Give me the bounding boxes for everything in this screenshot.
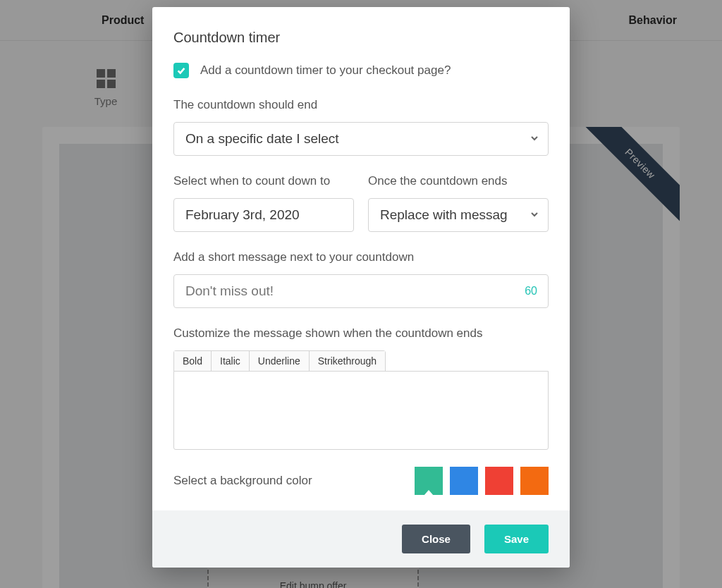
enable-countdown-checkbox[interactable] <box>173 63 189 78</box>
close-button[interactable]: Close <box>402 525 470 553</box>
editor-toolbar: Bold Italic Underline Strikethrough <box>173 350 386 372</box>
after-end-label: Once the countdown ends <box>368 174 549 188</box>
bold-button[interactable]: Bold <box>174 351 212 371</box>
save-button[interactable]: Save <box>484 525 549 553</box>
check-icon <box>176 66 186 75</box>
end-mode-label: The countdown should end <box>173 98 549 112</box>
modal-title: Countdown timer <box>173 30 549 46</box>
countdown-date-label: Select when to count down to <box>173 174 354 188</box>
countdown-date-input[interactable]: February 3rd, 2020 <box>173 198 354 232</box>
enable-countdown-label: Add a countdown timer to your checkout p… <box>200 63 451 78</box>
italic-button[interactable]: Italic <box>212 351 250 371</box>
bg-color-label: Select a background color <box>173 474 312 488</box>
editor-textarea[interactable] <box>173 371 549 450</box>
color-swatches <box>415 467 549 495</box>
color-swatch-blue[interactable] <box>450 467 478 495</box>
modal-overlay[interactable]: Countdown timer Add a countdown timer to… <box>0 0 722 588</box>
color-swatch-teal[interactable] <box>415 467 443 495</box>
modal-footer: Close Save <box>152 510 570 568</box>
underline-button[interactable]: Underline <box>250 351 310 371</box>
char-counter: 60 <box>525 285 537 298</box>
customize-message-label: Customize the message shown when the cou… <box>173 326 549 341</box>
short-message-input[interactable] <box>173 274 549 308</box>
end-mode-select[interactable]: On a specific date I select <box>173 122 549 156</box>
strikethrough-button[interactable]: Strikethrough <box>310 351 385 371</box>
countdown-timer-modal: Countdown timer Add a countdown timer to… <box>152 7 570 568</box>
color-swatch-red[interactable] <box>485 467 513 495</box>
color-swatch-orange[interactable] <box>520 467 549 495</box>
rich-text-editor: Bold Italic Underline Strikethrough <box>173 350 549 450</box>
short-message-label: Add a short message next to your countdo… <box>173 250 549 264</box>
after-end-select[interactable]: Replace with messag <box>368 198 549 232</box>
